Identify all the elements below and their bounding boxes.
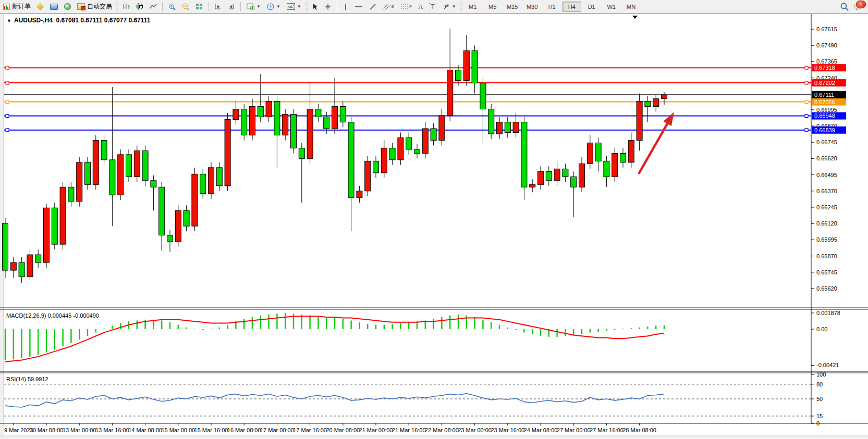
candle: [324, 117, 329, 128]
timeframe-button-w1[interactable]: W1: [602, 2, 621, 12]
svg-text:80: 80: [816, 381, 823, 387]
candle: [10, 262, 16, 270]
candle: [250, 107, 255, 135]
fibonacci-icon: [400, 3, 409, 10]
zoom-in-button[interactable]: [165, 1, 179, 12]
channel-tag: E: [392, 4, 394, 9]
line-chart-button[interactable]: [146, 1, 160, 12]
timeframe-button-h1[interactable]: H1: [543, 2, 561, 12]
gold-diamond-icon: [36, 3, 44, 10]
svg-text:21 Mar 00:00: 21 Mar 00:00: [359, 427, 393, 433]
timeframe-button-mn[interactable]: MN: [622, 2, 641, 12]
timeframe-button-h4[interactable]: H4: [563, 2, 581, 12]
candle: [620, 153, 626, 162]
svg-text:10 Mar 08:00: 10 Mar 08:00: [30, 427, 64, 433]
toolbar-separator: [337, 2, 338, 11]
candlestick-chart-button[interactable]: [133, 1, 146, 12]
text-tool-button[interactable]: A: [415, 1, 426, 12]
market-watch-button[interactable]: [34, 1, 47, 12]
bar-chart-button[interactable]: [119, 1, 133, 12]
candle: [3, 223, 8, 270]
toolbar-separator: [208, 2, 209, 11]
auto-trading-button[interactable]: 自动交易: [74, 1, 115, 12]
data-window-button[interactable]: [47, 1, 61, 12]
candle: [497, 122, 503, 133]
timeframe-button-d1[interactable]: D1: [582, 2, 601, 12]
candle: [505, 122, 510, 132]
crosshair-tool-button[interactable]: [321, 1, 335, 12]
candle: [134, 150, 140, 177]
candle: [563, 169, 568, 177]
line-chart-icon: [150, 3, 157, 10]
label-tool-button[interactable]: T: [426, 1, 439, 12]
candle: [184, 210, 189, 226]
svg-text:14 Mar 08:00: 14 Mar 08:00: [128, 427, 162, 433]
timeframe-button-m30[interactable]: M30: [523, 2, 542, 12]
signal-icon: [64, 3, 71, 10]
cursor-tool-button[interactable]: [309, 1, 321, 12]
fibo-tag: F: [409, 4, 412, 9]
candle: [538, 171, 544, 184]
candle: [637, 102, 642, 141]
candle: [192, 174, 198, 226]
auto-scroll-button[interactable]: [211, 1, 225, 12]
svg-text:0.66370: 0.66370: [816, 188, 837, 194]
candle: [35, 255, 41, 262]
candle: [587, 143, 593, 164]
svg-text:0.67365: 0.67365: [816, 58, 837, 65]
timeframe-button-m1[interactable]: M1: [463, 2, 482, 12]
fibonacci-tool-button[interactable]: F: [397, 1, 415, 12]
candle: [579, 164, 585, 187]
svg-text:0.67202: 0.67202: [814, 80, 835, 86]
cursor-icon: [312, 3, 318, 10]
candle: [373, 161, 379, 172]
crosshair-icon: [324, 3, 332, 10]
candle: [422, 129, 428, 153]
line-handle: [6, 129, 9, 132]
monitor-icon: [50, 4, 58, 10]
vertical-line-tool-button[interactable]: [340, 1, 351, 12]
trendline-tool-button[interactable]: [366, 1, 380, 12]
arrows-tool-button[interactable]: ▼: [439, 1, 459, 12]
candle: [159, 187, 165, 235]
notifications-icon[interactable]: 1: [854, 3, 863, 10]
candle: [472, 51, 478, 83]
price-chart[interactable]: 0.676150.674900.673650.672400.669950.668…: [0, 14, 868, 439]
candle: [283, 115, 288, 135]
svg-text:23 Mar 00:00: 23 Mar 00:00: [458, 427, 492, 433]
new-order-button[interactable]: 新订单: [0, 1, 34, 12]
candle: [291, 115, 297, 148]
trendline-icon: [369, 3, 376, 10]
mt4-trading-app: { "toolbar": { "new_order_label": "新订单",…: [0, 0, 868, 439]
svg-text:0.66495: 0.66495: [816, 172, 837, 178]
svg-text:15 Mar 16:00: 15 Mar 16:00: [194, 427, 228, 433]
new-order-label: 新订单: [12, 2, 31, 11]
svg-text:0.65745: 0.65745: [816, 269, 837, 275]
timeframe-button-m15[interactable]: M15: [503, 2, 522, 12]
candle: [612, 153, 618, 177]
templates-button[interactable]: ▼: [284, 1, 304, 12]
horizontal-line-tool-button[interactable]: [351, 1, 366, 12]
candle: [332, 107, 338, 129]
chart-shift-button[interactable]: [225, 1, 238, 12]
svg-text:0.66120: 0.66120: [816, 220, 837, 227]
svg-text:0.66839: 0.66839: [814, 127, 835, 133]
candle: [233, 109, 239, 120]
navigator-button[interactable]: [61, 1, 74, 12]
channel-tool-button[interactable]: E: [380, 1, 397, 12]
candle: [554, 169, 560, 180]
candle: [266, 102, 272, 117]
zoom-out-button[interactable]: [179, 1, 192, 12]
svg-text:0.66620: 0.66620: [816, 155, 837, 161]
period-button[interactable]: ▼: [264, 1, 284, 12]
search-icon[interactable]: [840, 3, 849, 11]
tile-windows-button[interactable]: [192, 1, 206, 12]
timeframe-button-m5[interactable]: M5: [483, 2, 502, 12]
new-chart-button[interactable]: ▼: [243, 1, 264, 12]
svg-text:0.66995: 0.66995: [816, 107, 837, 113]
candle: [225, 119, 230, 185]
toolbar-separator: [240, 2, 241, 11]
candle: [488, 109, 494, 134]
new-order-icon: [3, 4, 10, 10]
candle: [447, 70, 453, 116]
